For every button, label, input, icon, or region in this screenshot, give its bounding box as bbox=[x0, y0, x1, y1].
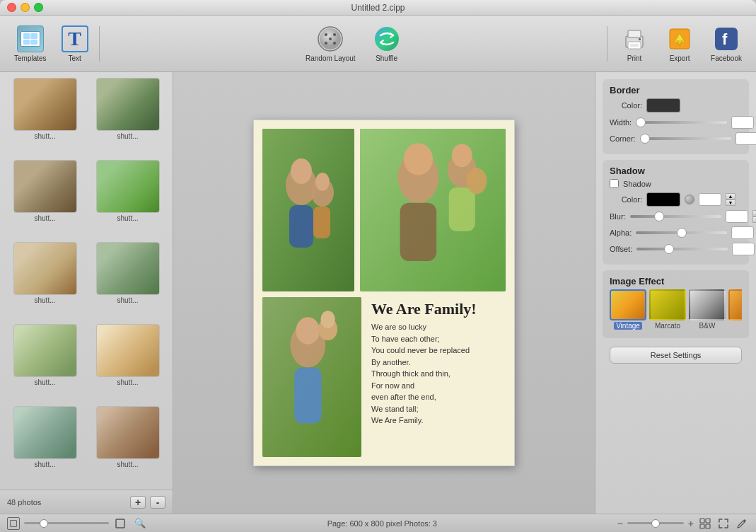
image-effect-title: Image Effect bbox=[610, 276, 742, 287]
photo-item-3[interactable]: shutt... bbox=[6, 160, 84, 238]
shadow-offset-slider[interactable] bbox=[636, 248, 728, 250]
svg-rect-38 bbox=[116, 519, 124, 528]
bottom-row: We Are Family! We are so luckyTo have ea… bbox=[262, 297, 506, 457]
shadow-alpha-field[interactable]: 50 bbox=[731, 226, 754, 239]
photo-item-4[interactable]: shutt... bbox=[88, 160, 167, 238]
shadow-alpha-slider[interactable] bbox=[636, 231, 727, 234]
status-info: Page: 600 x 800 pixel Photos: 3 bbox=[153, 519, 612, 528]
svg-point-29 bbox=[452, 144, 472, 167]
random-layout-icon bbox=[316, 25, 344, 53]
single-view-button[interactable] bbox=[113, 517, 127, 530]
photo-item-6[interactable]: shutt... bbox=[88, 242, 167, 320]
border-color-swatch[interactable] bbox=[646, 98, 680, 112]
shadow-alpha-row: Alpha: 50 ▲ ▼ bbox=[610, 226, 742, 239]
border-width-row: Width: 0 ▲ ▼ bbox=[610, 116, 742, 129]
shadow-opacity-field[interactable]: 45 bbox=[699, 193, 721, 206]
effect-item-vintage[interactable]: Vintage bbox=[610, 289, 646, 330]
photo-item-7[interactable]: shutt... bbox=[6, 324, 84, 402]
panel-footer: 48 photos + - bbox=[0, 490, 173, 514]
shadow-opacity-up[interactable]: ▲ bbox=[726, 193, 735, 200]
canvas-photo-2[interactable] bbox=[360, 129, 506, 291]
shadow-checkbox[interactable] bbox=[610, 179, 619, 188]
photo-item-1[interactable]: shutt... bbox=[6, 78, 84, 156]
shadow-color-swatch[interactable] bbox=[646, 192, 680, 207]
svg-point-4 bbox=[329, 37, 332, 40]
print-icon bbox=[620, 25, 649, 53]
zoom-slider[interactable] bbox=[627, 522, 684, 524]
photo-item-8[interactable]: shutt... bbox=[88, 324, 167, 402]
shadow-offset-field[interactable]: 10 bbox=[732, 243, 755, 255]
border-corner-slider[interactable] bbox=[640, 137, 731, 140]
shadow-blur-slider[interactable] bbox=[630, 215, 721, 218]
zoom-minus[interactable]: − bbox=[617, 518, 623, 529]
zoom-plus[interactable]: + bbox=[688, 518, 694, 529]
random-layout-button[interactable]: Random Layout bbox=[298, 21, 363, 66]
photo-item-5[interactable]: shutt... bbox=[6, 242, 84, 320]
left-panel: shutt... shutt... shutt... shutt... shut… bbox=[0, 72, 173, 514]
svg-rect-40 bbox=[706, 519, 710, 523]
reset-settings-button[interactable]: Reset Settings bbox=[610, 347, 742, 364]
grid-view-button[interactable] bbox=[698, 517, 712, 530]
expand-view-button[interactable] bbox=[716, 517, 731, 530]
border-width-slider[interactable] bbox=[636, 121, 727, 124]
status-right: − + bbox=[617, 517, 749, 530]
image-effect-section: Image Effect Vintage Marcato B&W An bbox=[603, 270, 749, 338]
shuffle-button[interactable]: Shuffle bbox=[366, 21, 408, 66]
minimize-button[interactable] bbox=[21, 3, 30, 12]
svg-rect-39 bbox=[700, 519, 704, 523]
shadow-blur-row: Blur: 15 ▲ ▼ bbox=[610, 210, 742, 223]
effect-item-an[interactable]: An bbox=[728, 289, 742, 330]
facebook-label: Facebook bbox=[711, 54, 742, 62]
effect-item-b&w[interactable]: B&W bbox=[689, 289, 726, 330]
text-button[interactable]: T Text bbox=[54, 21, 96, 66]
print-button[interactable]: Print bbox=[613, 21, 656, 66]
photo-item-2[interactable]: shutt... bbox=[88, 78, 167, 156]
effect-thumb-3 bbox=[728, 289, 742, 320]
text-label: Text bbox=[68, 54, 81, 62]
text-icon: T bbox=[61, 25, 89, 53]
facebook-icon: f bbox=[712, 25, 740, 53]
svg-point-26 bbox=[404, 143, 433, 175]
border-corner-field[interactable]: 0 bbox=[735, 132, 756, 145]
photo-item-9[interactable]: shutt... bbox=[6, 406, 84, 484]
shadow-section: Shadow Shadow Color: 45 ▲ ▼ Blur: bbox=[603, 160, 749, 265]
maximize-button[interactable] bbox=[34, 3, 43, 12]
templates-label: Templates bbox=[14, 54, 47, 62]
border-corner-label: Corner: bbox=[610, 134, 636, 143]
add-photo-button[interactable]: + bbox=[130, 496, 146, 509]
zoom-out-slider[interactable] bbox=[24, 522, 109, 524]
svg-rect-42 bbox=[706, 524, 710, 528]
shadow-blur-up[interactable]: ▲ bbox=[752, 210, 756, 216]
templates-button[interactable]: Templates bbox=[7, 21, 54, 66]
photo-label-2: shutt... bbox=[117, 132, 138, 140]
canvas-photo-3[interactable] bbox=[262, 297, 361, 457]
svg-rect-30 bbox=[449, 187, 475, 231]
shadow-blur-down[interactable]: ▼ bbox=[752, 216, 756, 223]
svg-rect-41 bbox=[700, 524, 704, 528]
center-canvas: We Are Family! We are so luckyTo have ea… bbox=[173, 72, 595, 514]
remove-photo-button[interactable]: - bbox=[150, 496, 165, 509]
border-section: Border Color: Width: 0 ▲ ▼ Corner: bbox=[603, 79, 749, 154]
export-button[interactable]: Export bbox=[658, 21, 701, 66]
window-title: Untitled 2.cipp bbox=[351, 3, 405, 13]
effect-label-1: Marcato bbox=[653, 322, 682, 330]
close-button[interactable] bbox=[7, 3, 16, 12]
photo-item-10[interactable]: shutt... bbox=[88, 406, 167, 484]
effect-item-marcato[interactable]: Marcato bbox=[649, 289, 686, 330]
fit-view-button[interactable] bbox=[7, 517, 20, 530]
canvas-page[interactable]: We Are Family! We are so luckyTo have ea… bbox=[253, 120, 515, 466]
facebook-button[interactable]: f Facebook bbox=[704, 21, 749, 66]
shadow-blur-field[interactable]: 15 bbox=[726, 210, 748, 223]
border-width-field[interactable]: 0 bbox=[731, 116, 754, 129]
top-photo-row bbox=[262, 129, 506, 291]
main-area: shutt... shutt... shutt... shutt... shut… bbox=[0, 72, 756, 514]
edit-button[interactable] bbox=[735, 517, 749, 530]
shadow-opacity-down[interactable]: ▼ bbox=[726, 200, 735, 206]
zoom-icon: 🔍 bbox=[134, 518, 146, 528]
border-color-label: Color: bbox=[610, 101, 642, 110]
canvas-photo-1[interactable] bbox=[262, 129, 354, 291]
svg-rect-35 bbox=[294, 367, 321, 423]
photo-thumb-9 bbox=[13, 406, 77, 459]
export-icon bbox=[665, 25, 694, 53]
effect-thumb-2 bbox=[689, 289, 726, 320]
